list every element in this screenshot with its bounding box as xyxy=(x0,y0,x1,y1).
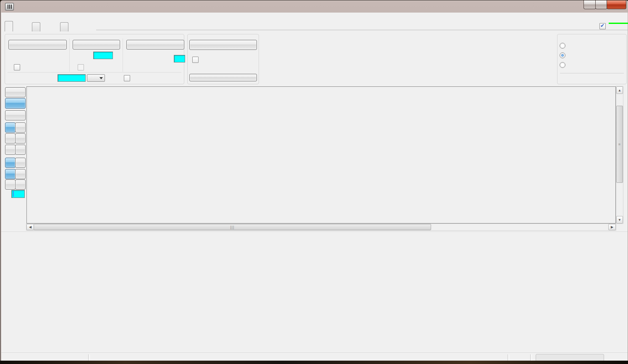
app-icon xyxy=(5,3,14,10)
dot-button[interactable] xyxy=(5,169,16,179)
sigma-input-selection xyxy=(13,191,14,197)
spectrum-chart-canvas[interactable] xyxy=(1,240,628,351)
ev-button[interactable] xyxy=(5,179,16,190)
scroll-right-button[interactable]: ▶ xyxy=(608,224,616,230)
title-bar[interactable] xyxy=(0,0,628,13)
choose-image-group xyxy=(557,34,627,84)
row-button[interactable] xyxy=(5,158,16,168)
meas-tool-button[interactable] xyxy=(5,110,26,120)
delay-input[interactable] xyxy=(93,52,113,59)
menu-view[interactable] xyxy=(18,13,24,15)
horizontal-scroll-thumb[interactable]: ||| xyxy=(34,224,431,230)
radio-measurement-background[interactable] xyxy=(560,43,565,49)
menu-bar xyxy=(1,13,628,21)
tab-operation[interactable] xyxy=(5,21,13,31)
desktop-edge xyxy=(0,361,628,364)
radio-background[interactable] xyxy=(560,62,565,68)
zoom-tool-button[interactable] xyxy=(5,98,26,109)
cam-link-checkbox[interactable] xyxy=(599,23,606,29)
integration-unit-dropdown[interactable] xyxy=(87,74,105,82)
close-button[interactable] xyxy=(607,0,626,9)
xy-button[interactable] xyxy=(15,133,26,143)
scroll-down-button[interactable]: ▼ xyxy=(616,216,623,224)
sigma-input[interactable] xyxy=(11,190,25,198)
background-group xyxy=(187,34,259,84)
minimize-button[interactable] xyxy=(584,0,596,9)
tab-strip xyxy=(1,22,628,30)
cam-link-label xyxy=(609,23,628,24)
horizontal-scrollbar[interactable]: ◀ ||| ▶ xyxy=(26,224,616,231)
app-window: ▲ ≡ ▼ ◀ ||| ▶ xyxy=(0,0,628,362)
incl-background-checkbox[interactable] xyxy=(14,64,20,70)
vertical-scrollbar[interactable]: ▲ ≡ ▼ xyxy=(616,86,623,224)
rotate-ccw-button[interactable] xyxy=(15,145,26,155)
scroll-up-button[interactable]: ▲ xyxy=(616,86,623,94)
chevron-down-icon xyxy=(99,77,103,79)
status-bar xyxy=(1,353,628,361)
frames-input[interactable] xyxy=(174,55,185,62)
m-button[interactable] xyxy=(15,169,26,179)
video-mode-button[interactable] xyxy=(73,40,120,49)
ccd-image-canvas[interactable] xyxy=(26,86,616,224)
vertical-scroll-thumb[interactable]: ≡ xyxy=(616,106,623,183)
no-button[interactable] xyxy=(5,122,16,133)
image-toolbar xyxy=(1,84,26,226)
delete-background-button[interactable] xyxy=(189,74,257,81)
tab-visualisation[interactable] xyxy=(32,22,40,31)
scroll-left-button[interactable]: ◀ xyxy=(26,224,34,230)
integration-time-input[interactable] xyxy=(58,74,86,82)
menu-file[interactable] xyxy=(4,13,10,15)
each-frame-checkbox[interactable] xyxy=(78,64,84,70)
measurement-group xyxy=(5,34,184,84)
select-tool-button[interactable] xyxy=(5,87,26,97)
y-button[interactable] xyxy=(5,133,16,143)
nm-button[interactable] xyxy=(15,179,26,190)
client-area: ▲ ≡ ▼ ◀ ||| ▶ xyxy=(1,13,628,361)
single-shot-button[interactable] xyxy=(8,40,67,49)
col-button[interactable] xyxy=(15,158,26,168)
radio-measurement[interactable] xyxy=(560,52,565,58)
maximize-button[interactable] xyxy=(595,0,607,9)
menu-tools[interactable] xyxy=(35,13,41,15)
screen: ▲ ≡ ▼ ◀ ||| ▶ xyxy=(0,0,628,364)
burst-mode-button[interactable] xyxy=(126,40,184,49)
tab-camera-options[interactable] xyxy=(60,22,68,31)
menu-informations[interactable] xyxy=(52,13,58,15)
x-button[interactable] xyxy=(15,122,26,133)
rotate-cw-button[interactable] xyxy=(5,145,16,155)
shutter-locked-checkbox[interactable] xyxy=(192,57,199,63)
external-trigger-checkbox[interactable] xyxy=(124,75,130,81)
take-background-button[interactable] xyxy=(189,40,257,50)
